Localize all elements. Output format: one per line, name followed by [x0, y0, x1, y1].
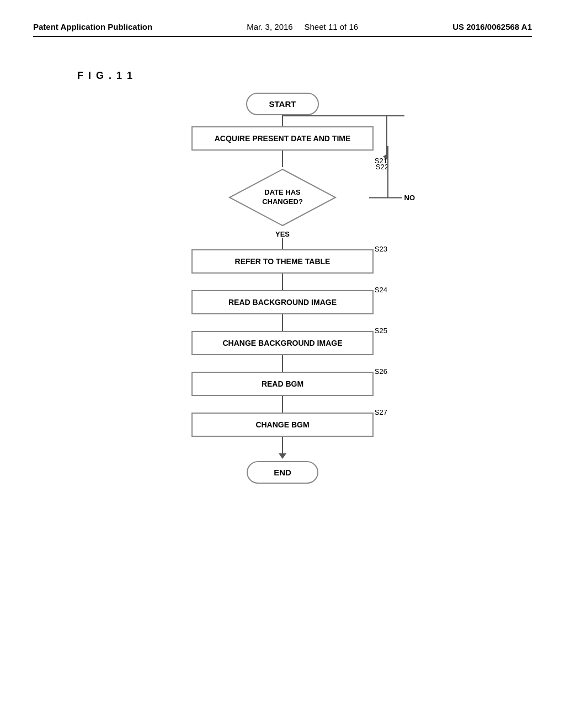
- flowchart: START S21 ACQUIRE PRESENT DATE AND TIME …: [33, 93, 532, 484]
- no-label: NO: [404, 194, 415, 202]
- yes-label: YES: [275, 230, 290, 238]
- s26-label: S26: [375, 367, 387, 376]
- arrow-to-end: [279, 453, 286, 459]
- end-terminal: END: [247, 461, 318, 484]
- s24-label: S24: [375, 286, 387, 294]
- page-header: Patent Application Publication Mar. 3, 2…: [33, 22, 532, 37]
- s26-process: READ BGM: [191, 372, 374, 396]
- page: Patent Application Publication Mar. 3, 2…: [0, 0, 565, 728]
- date-sheet: Mar. 3, 2016 Sheet 11 of 16: [247, 22, 358, 31]
- s27-label: S27: [375, 408, 387, 416]
- s23-process: REFER TO THEME TABLE: [191, 249, 374, 274]
- s22-label: S22: [376, 163, 388, 171]
- figure-label: F I G . 1 1: [77, 70, 532, 82]
- s21-process: ACQUIRE PRESENT DATE AND TIME: [191, 126, 374, 151]
- sheet-info: Sheet 11 of 16: [305, 22, 359, 31]
- patent-number: US 2016/0062568 A1: [452, 22, 532, 31]
- s27-process: CHANGE BGM: [191, 413, 374, 437]
- publication-label: Patent Application Publication: [33, 22, 152, 31]
- start-terminal: START: [246, 93, 319, 115]
- s23-label: S23: [375, 245, 387, 253]
- s25-label: S25: [375, 326, 387, 335]
- publication-date: Mar. 3, 2016: [247, 22, 292, 31]
- s25-process: CHANGE BACKGROUND IMAGE: [191, 331, 374, 355]
- s22-decision: DATE HAS CHANGED?: [227, 167, 338, 228]
- s24-process: READ BACKGROUND IMAGE: [191, 290, 374, 314]
